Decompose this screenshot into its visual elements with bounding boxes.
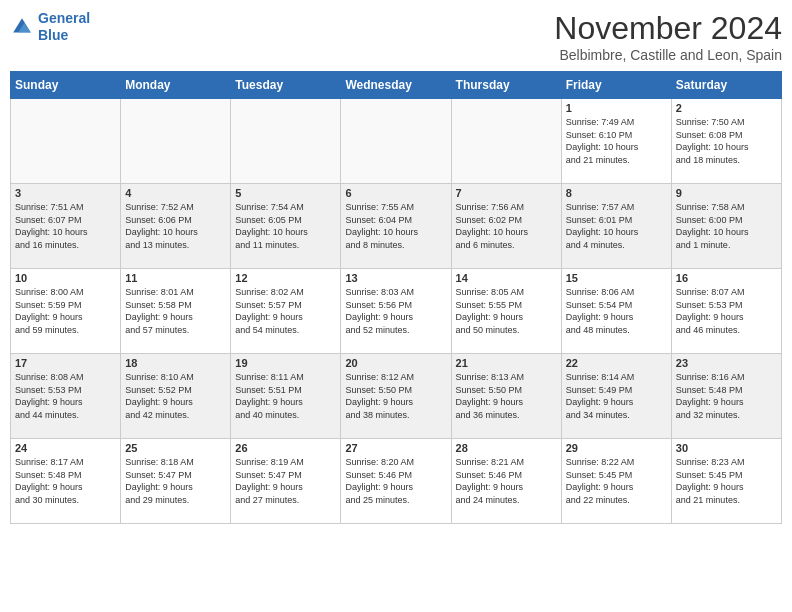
calendar-cell: 12Sunrise: 8:02 AM Sunset: 5:57 PM Dayli… xyxy=(231,269,341,354)
day-number: 5 xyxy=(235,187,336,199)
day-info: Sunrise: 7:55 AM Sunset: 6:04 PM Dayligh… xyxy=(345,201,446,251)
calendar-week-row: 17Sunrise: 8:08 AM Sunset: 5:53 PM Dayli… xyxy=(11,354,782,439)
day-number: 11 xyxy=(125,272,226,284)
calendar-cell: 9Sunrise: 7:58 AM Sunset: 6:00 PM Daylig… xyxy=(671,184,781,269)
calendar-cell: 28Sunrise: 8:21 AM Sunset: 5:46 PM Dayli… xyxy=(451,439,561,524)
day-number: 6 xyxy=(345,187,446,199)
day-number: 19 xyxy=(235,357,336,369)
calendar-cell: 11Sunrise: 8:01 AM Sunset: 5:58 PM Dayli… xyxy=(121,269,231,354)
calendar-cell: 1Sunrise: 7:49 AM Sunset: 6:10 PM Daylig… xyxy=(561,99,671,184)
day-number: 24 xyxy=(15,442,116,454)
logo-line2: Blue xyxy=(38,27,68,43)
day-info: Sunrise: 8:23 AM Sunset: 5:45 PM Dayligh… xyxy=(676,456,777,506)
calendar-header-row: SundayMondayTuesdayWednesdayThursdayFrid… xyxy=(11,72,782,99)
calendar-cell: 17Sunrise: 8:08 AM Sunset: 5:53 PM Dayli… xyxy=(11,354,121,439)
day-info: Sunrise: 8:11 AM Sunset: 5:51 PM Dayligh… xyxy=(235,371,336,421)
day-number: 25 xyxy=(125,442,226,454)
day-info: Sunrise: 7:51 AM Sunset: 6:07 PM Dayligh… xyxy=(15,201,116,251)
day-info: Sunrise: 8:10 AM Sunset: 5:52 PM Dayligh… xyxy=(125,371,226,421)
logo: General Blue xyxy=(10,10,90,44)
col-header-tuesday: Tuesday xyxy=(231,72,341,99)
calendar-cell xyxy=(231,99,341,184)
day-info: Sunrise: 8:17 AM Sunset: 5:48 PM Dayligh… xyxy=(15,456,116,506)
day-info: Sunrise: 8:20 AM Sunset: 5:46 PM Dayligh… xyxy=(345,456,446,506)
day-number: 29 xyxy=(566,442,667,454)
day-number: 15 xyxy=(566,272,667,284)
day-number: 18 xyxy=(125,357,226,369)
col-header-sunday: Sunday xyxy=(11,72,121,99)
calendar-cell xyxy=(121,99,231,184)
calendar-table: SundayMondayTuesdayWednesdayThursdayFrid… xyxy=(10,71,782,524)
col-header-monday: Monday xyxy=(121,72,231,99)
calendar-cell: 3Sunrise: 7:51 AM Sunset: 6:07 PM Daylig… xyxy=(11,184,121,269)
col-header-friday: Friday xyxy=(561,72,671,99)
calendar-cell: 18Sunrise: 8:10 AM Sunset: 5:52 PM Dayli… xyxy=(121,354,231,439)
calendar-cell: 22Sunrise: 8:14 AM Sunset: 5:49 PM Dayli… xyxy=(561,354,671,439)
calendar-cell: 7Sunrise: 7:56 AM Sunset: 6:02 PM Daylig… xyxy=(451,184,561,269)
day-info: Sunrise: 8:01 AM Sunset: 5:58 PM Dayligh… xyxy=(125,286,226,336)
day-number: 2 xyxy=(676,102,777,114)
calendar-cell: 8Sunrise: 7:57 AM Sunset: 6:01 PM Daylig… xyxy=(561,184,671,269)
calendar-cell: 29Sunrise: 8:22 AM Sunset: 5:45 PM Dayli… xyxy=(561,439,671,524)
day-info: Sunrise: 7:54 AM Sunset: 6:05 PM Dayligh… xyxy=(235,201,336,251)
day-info: Sunrise: 8:19 AM Sunset: 5:47 PM Dayligh… xyxy=(235,456,336,506)
day-number: 8 xyxy=(566,187,667,199)
day-info: Sunrise: 8:03 AM Sunset: 5:56 PM Dayligh… xyxy=(345,286,446,336)
day-number: 20 xyxy=(345,357,446,369)
day-info: Sunrise: 8:02 AM Sunset: 5:57 PM Dayligh… xyxy=(235,286,336,336)
calendar-week-row: 10Sunrise: 8:00 AM Sunset: 5:59 PM Dayli… xyxy=(11,269,782,354)
calendar-cell: 30Sunrise: 8:23 AM Sunset: 5:45 PM Dayli… xyxy=(671,439,781,524)
calendar-week-row: 3Sunrise: 7:51 AM Sunset: 6:07 PM Daylig… xyxy=(11,184,782,269)
day-info: Sunrise: 7:50 AM Sunset: 6:08 PM Dayligh… xyxy=(676,116,777,166)
day-info: Sunrise: 7:56 AM Sunset: 6:02 PM Dayligh… xyxy=(456,201,557,251)
calendar-cell xyxy=(341,99,451,184)
day-info: Sunrise: 7:49 AM Sunset: 6:10 PM Dayligh… xyxy=(566,116,667,166)
calendar-cell: 20Sunrise: 8:12 AM Sunset: 5:50 PM Dayli… xyxy=(341,354,451,439)
day-info: Sunrise: 8:13 AM Sunset: 5:50 PM Dayligh… xyxy=(456,371,557,421)
calendar-cell: 10Sunrise: 8:00 AM Sunset: 5:59 PM Dayli… xyxy=(11,269,121,354)
day-number: 13 xyxy=(345,272,446,284)
day-number: 16 xyxy=(676,272,777,284)
day-info: Sunrise: 8:08 AM Sunset: 5:53 PM Dayligh… xyxy=(15,371,116,421)
calendar-cell: 25Sunrise: 8:18 AM Sunset: 5:47 PM Dayli… xyxy=(121,439,231,524)
day-number: 7 xyxy=(456,187,557,199)
day-number: 10 xyxy=(15,272,116,284)
calendar-cell: 6Sunrise: 7:55 AM Sunset: 6:04 PM Daylig… xyxy=(341,184,451,269)
day-info: Sunrise: 7:57 AM Sunset: 6:01 PM Dayligh… xyxy=(566,201,667,251)
day-info: Sunrise: 7:58 AM Sunset: 6:00 PM Dayligh… xyxy=(676,201,777,251)
calendar-cell: 24Sunrise: 8:17 AM Sunset: 5:48 PM Dayli… xyxy=(11,439,121,524)
day-number: 26 xyxy=(235,442,336,454)
day-number: 21 xyxy=(456,357,557,369)
calendar-cell: 19Sunrise: 8:11 AM Sunset: 5:51 PM Dayli… xyxy=(231,354,341,439)
logo-text: General Blue xyxy=(38,10,90,44)
calendar-cell: 16Sunrise: 8:07 AM Sunset: 5:53 PM Dayli… xyxy=(671,269,781,354)
calendar-cell: 5Sunrise: 7:54 AM Sunset: 6:05 PM Daylig… xyxy=(231,184,341,269)
calendar-cell xyxy=(11,99,121,184)
day-info: Sunrise: 8:14 AM Sunset: 5:49 PM Dayligh… xyxy=(566,371,667,421)
calendar-cell: 14Sunrise: 8:05 AM Sunset: 5:55 PM Dayli… xyxy=(451,269,561,354)
calendar-cell: 13Sunrise: 8:03 AM Sunset: 5:56 PM Dayli… xyxy=(341,269,451,354)
day-number: 23 xyxy=(676,357,777,369)
day-number: 3 xyxy=(15,187,116,199)
day-info: Sunrise: 8:21 AM Sunset: 5:46 PM Dayligh… xyxy=(456,456,557,506)
month-title: November 2024 xyxy=(554,10,782,47)
day-info: Sunrise: 8:05 AM Sunset: 5:55 PM Dayligh… xyxy=(456,286,557,336)
calendar-cell: 21Sunrise: 8:13 AM Sunset: 5:50 PM Dayli… xyxy=(451,354,561,439)
calendar-cell: 27Sunrise: 8:20 AM Sunset: 5:46 PM Dayli… xyxy=(341,439,451,524)
day-info: Sunrise: 8:07 AM Sunset: 5:53 PM Dayligh… xyxy=(676,286,777,336)
day-number: 12 xyxy=(235,272,336,284)
calendar-cell xyxy=(451,99,561,184)
logo-icon xyxy=(10,15,34,39)
day-info: Sunrise: 8:18 AM Sunset: 5:47 PM Dayligh… xyxy=(125,456,226,506)
day-info: Sunrise: 7:52 AM Sunset: 6:06 PM Dayligh… xyxy=(125,201,226,251)
day-number: 9 xyxy=(676,187,777,199)
day-number: 1 xyxy=(566,102,667,114)
calendar-cell: 2Sunrise: 7:50 AM Sunset: 6:08 PM Daylig… xyxy=(671,99,781,184)
title-block: November 2024 Belbimbre, Castille and Le… xyxy=(554,10,782,63)
day-number: 30 xyxy=(676,442,777,454)
calendar-cell: 15Sunrise: 8:06 AM Sunset: 5:54 PM Dayli… xyxy=(561,269,671,354)
day-number: 22 xyxy=(566,357,667,369)
calendar-week-row: 24Sunrise: 8:17 AM Sunset: 5:48 PM Dayli… xyxy=(11,439,782,524)
day-info: Sunrise: 8:12 AM Sunset: 5:50 PM Dayligh… xyxy=(345,371,446,421)
day-info: Sunrise: 8:22 AM Sunset: 5:45 PM Dayligh… xyxy=(566,456,667,506)
